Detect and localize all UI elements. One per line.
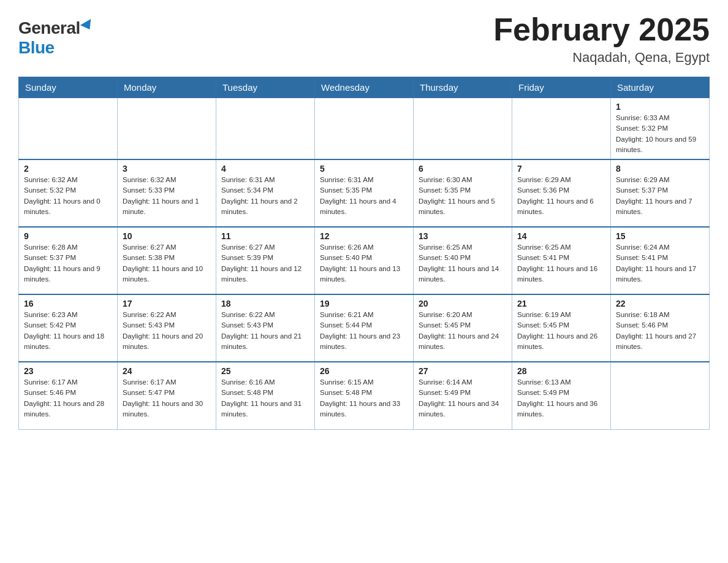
day-info: Sunrise: 6:24 AMSunset: 5:41 PMDaylight:… (616, 242, 704, 285)
day-number: 12 (320, 231, 408, 241)
calendar-day-cell: 11Sunrise: 6:27 AMSunset: 5:39 PMDayligh… (216, 227, 315, 294)
day-number: 11 (221, 231, 309, 241)
day-info: Sunrise: 6:14 AMSunset: 5:49 PMDaylight:… (419, 377, 507, 419)
header-thursday: Thursday (414, 77, 512, 98)
calendar-table: Sunday Monday Tuesday Wednesday Thursday… (18, 77, 710, 430)
logo: General Blue (18, 18, 94, 58)
calendar-day-cell (118, 98, 216, 160)
sunset-text: Sunset: 5:32 PM (616, 123, 704, 134)
sunset-text: Sunset: 5:41 PM (616, 253, 704, 263)
day-number: 5 (320, 164, 408, 174)
sunset-text: Sunset: 5:49 PM (419, 388, 507, 398)
sunrise-text: Sunrise: 6:23 AM (24, 310, 112, 320)
day-number: 20 (419, 299, 507, 308)
daylight-text: Daylight: 11 hours and 28 minutes. (24, 399, 112, 420)
day-info: Sunrise: 6:32 AMSunset: 5:33 PMDaylight:… (123, 175, 211, 217)
sunset-text: Sunset: 5:46 PM (616, 320, 704, 331)
header-wednesday: Wednesday (315, 77, 414, 98)
sunset-text: Sunset: 5:38 PM (123, 253, 211, 263)
daylight-text: Daylight: 11 hours and 18 minutes. (24, 331, 112, 353)
daylight-text: Daylight: 11 hours and 10 minutes. (123, 264, 211, 285)
day-info: Sunrise: 6:18 AMSunset: 5:46 PMDaylight:… (616, 310, 704, 352)
sunset-text: Sunset: 5:34 PM (221, 185, 309, 196)
daylight-text: Daylight: 11 hours and 5 minutes. (419, 196, 507, 218)
sunset-text: Sunset: 5:43 PM (123, 320, 211, 331)
day-number: 16 (24, 299, 112, 308)
calendar-day-cell (512, 98, 611, 160)
calendar-day-cell: 20Sunrise: 6:20 AMSunset: 5:45 PMDayligh… (414, 294, 512, 362)
sunset-text: Sunset: 5:33 PM (123, 185, 211, 196)
sunrise-text: Sunrise: 6:29 AM (517, 175, 605, 185)
sunrise-text: Sunrise: 6:18 AM (616, 310, 704, 320)
page-title: February 2025 (493, 12, 710, 47)
day-number: 26 (320, 366, 408, 376)
daylight-text: Daylight: 11 hours and 4 minutes. (320, 196, 408, 218)
header-monday: Monday (118, 77, 216, 98)
day-number: 17 (123, 299, 211, 308)
day-number: 28 (517, 366, 605, 376)
sunrise-text: Sunrise: 6:27 AM (221, 242, 309, 253)
sunset-text: Sunset: 5:48 PM (221, 388, 309, 398)
day-number: 27 (419, 366, 507, 376)
day-number: 4 (221, 164, 309, 174)
daylight-text: Daylight: 11 hours and 34 minutes. (419, 399, 507, 420)
day-number: 8 (616, 164, 704, 174)
sunset-text: Sunset: 5:46 PM (24, 388, 112, 398)
sunrise-text: Sunrise: 6:16 AM (221, 377, 309, 388)
sunset-text: Sunset: 5:35 PM (320, 185, 408, 196)
sunrise-text: Sunrise: 6:29 AM (616, 175, 704, 185)
sunrise-text: Sunrise: 6:24 AM (616, 242, 704, 253)
day-info: Sunrise: 6:26 AMSunset: 5:40 PMDaylight:… (320, 242, 408, 285)
calendar-day-cell: 27Sunrise: 6:14 AMSunset: 5:49 PMDayligh… (414, 362, 512, 429)
day-info: Sunrise: 6:29 AMSunset: 5:36 PMDaylight:… (517, 175, 605, 217)
day-info: Sunrise: 6:13 AMSunset: 5:49 PMDaylight:… (517, 377, 605, 419)
header-tuesday: Tuesday (216, 77, 315, 98)
sunrise-text: Sunrise: 6:25 AM (517, 242, 605, 253)
day-number: 14 (517, 231, 605, 241)
day-number: 2 (24, 164, 112, 174)
sunset-text: Sunset: 5:43 PM (221, 320, 309, 331)
sunset-text: Sunset: 5:45 PM (517, 320, 605, 331)
daylight-text: Daylight: 11 hours and 33 minutes. (320, 399, 408, 420)
sunset-text: Sunset: 5:41 PM (517, 253, 605, 263)
calendar-week-row: 16Sunrise: 6:23 AMSunset: 5:42 PMDayligh… (19, 294, 710, 362)
sunrise-text: Sunrise: 6:22 AM (123, 310, 211, 320)
calendar-day-cell (414, 98, 512, 160)
day-info: Sunrise: 6:17 AMSunset: 5:47 PMDaylight:… (123, 377, 211, 419)
calendar-week-row: 2Sunrise: 6:32 AMSunset: 5:32 PMDaylight… (19, 159, 710, 227)
sunrise-text: Sunrise: 6:20 AM (419, 310, 507, 320)
calendar-day-cell (315, 98, 414, 160)
daylight-text: Daylight: 11 hours and 16 minutes. (517, 264, 605, 285)
calendar-day-cell: 9Sunrise: 6:28 AMSunset: 5:37 PMDaylight… (19, 227, 118, 294)
calendar-day-cell: 1Sunrise: 6:33 AMSunset: 5:32 PMDaylight… (611, 98, 710, 160)
calendar-day-cell: 16Sunrise: 6:23 AMSunset: 5:42 PMDayligh… (19, 294, 118, 362)
sunrise-text: Sunrise: 6:25 AM (419, 242, 507, 253)
day-number: 24 (123, 366, 211, 376)
calendar-header-row: Sunday Monday Tuesday Wednesday Thursday… (19, 77, 710, 98)
sunset-text: Sunset: 5:37 PM (24, 253, 112, 263)
daylight-text: Daylight: 11 hours and 20 minutes. (123, 331, 211, 353)
sunrise-text: Sunrise: 6:14 AM (419, 377, 507, 388)
sunset-text: Sunset: 5:49 PM (517, 388, 605, 398)
daylight-text: Daylight: 11 hours and 9 minutes. (24, 264, 112, 285)
sunset-text: Sunset: 5:44 PM (320, 320, 408, 331)
sunrise-text: Sunrise: 6:31 AM (221, 175, 309, 185)
day-number: 3 (123, 164, 211, 174)
calendar-day-cell: 24Sunrise: 6:17 AMSunset: 5:47 PMDayligh… (118, 362, 216, 429)
day-number: 18 (221, 299, 309, 308)
calendar-week-row: 1Sunrise: 6:33 AMSunset: 5:32 PMDaylight… (19, 98, 710, 160)
calendar-day-cell: 28Sunrise: 6:13 AMSunset: 5:49 PMDayligh… (512, 362, 611, 429)
daylight-text: Daylight: 11 hours and 36 minutes. (517, 399, 605, 420)
daylight-text: Daylight: 11 hours and 2 minutes. (221, 196, 309, 218)
day-info: Sunrise: 6:21 AMSunset: 5:44 PMDaylight:… (320, 310, 408, 352)
sunset-text: Sunset: 5:36 PM (517, 185, 605, 196)
day-info: Sunrise: 6:30 AMSunset: 5:35 PMDaylight:… (419, 175, 507, 217)
day-number: 1 (616, 102, 704, 112)
daylight-text: Daylight: 11 hours and 24 minutes. (419, 331, 507, 353)
day-number: 10 (123, 231, 211, 241)
calendar-week-row: 23Sunrise: 6:17 AMSunset: 5:46 PMDayligh… (19, 362, 710, 429)
page-header: General Blue February 2025 Naqadah, Qena… (18, 12, 710, 66)
header-friday: Friday (512, 77, 611, 98)
calendar-day-cell: 8Sunrise: 6:29 AMSunset: 5:37 PMDaylight… (611, 159, 710, 227)
day-info: Sunrise: 6:27 AMSunset: 5:39 PMDaylight:… (221, 242, 309, 285)
